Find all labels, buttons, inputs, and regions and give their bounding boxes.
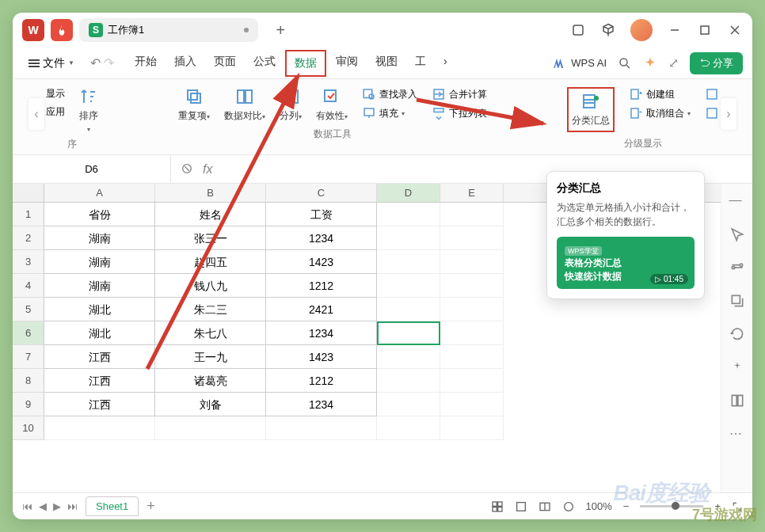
close-button[interactable] <box>727 22 743 38</box>
cell[interactable] <box>377 226 440 250</box>
cell[interactable]: 省份 <box>44 203 155 226</box>
sparkle-button[interactable] <box>643 56 657 70</box>
cell[interactable] <box>440 345 504 369</box>
user-avatar[interactable] <box>630 19 653 41</box>
view-reading-icon[interactable] <box>539 500 551 513</box>
cell[interactable]: 赵四五 <box>155 250 266 274</box>
cell[interactable] <box>377 321 440 345</box>
sp-settings-icon[interactable] <box>729 260 745 276</box>
cell[interactable] <box>377 416 440 440</box>
cell[interactable] <box>440 226 504 250</box>
cell[interactable] <box>377 393 440 416</box>
ribbon-scroll-left[interactable]: ‹ <box>29 98 44 130</box>
row-header[interactable]: 10 <box>13 416 44 440</box>
cell[interactable]: 钱八九 <box>155 274 266 298</box>
col-header-d[interactable]: D <box>377 184 440 202</box>
tab-data[interactable]: 数据 <box>285 50 326 77</box>
cell[interactable]: 湖北 <box>44 321 155 345</box>
ribbon-item-group[interactable]: 创建组 <box>629 87 691 101</box>
cell[interactable] <box>44 416 155 440</box>
cell[interactable]: 1423 <box>266 250 377 274</box>
ribbon-item-split[interactable]: 分列▾ <box>280 87 302 123</box>
cell[interactable]: 诸葛亮 <box>155 369 266 393</box>
ribbon-item-sort[interactable]: 排序▾ <box>79 87 98 133</box>
row-header[interactable]: 8 <box>13 369 44 393</box>
tab-view[interactable]: 视图 <box>367 50 405 77</box>
row-header[interactable]: 4 <box>13 274 44 298</box>
share-button[interactable]: ⮌ 分享 <box>690 52 743 74</box>
sheet-first-button[interactable]: ⏮ <box>22 500 32 512</box>
tab-more[interactable]: › <box>436 50 455 77</box>
ribbon-item-merge[interactable]: 合并计算 <box>432 87 487 101</box>
row-header[interactable]: 9 <box>13 393 44 416</box>
sheet-next-button[interactable]: ▶ <box>53 500 61 512</box>
zoom-label[interactable]: 100% <box>586 500 612 512</box>
cell[interactable]: 江西 <box>44 369 155 393</box>
ribbon-item-display[interactable]: 显示 应用 <box>46 87 65 119</box>
sp-more-icon[interactable]: ⋯ <box>729 426 745 442</box>
undo-button[interactable]: ↶ <box>90 55 101 70</box>
cell[interactable] <box>377 298 440 321</box>
cell[interactable]: 湖南 <box>44 274 155 298</box>
name-box[interactable]: D6 <box>13 155 171 183</box>
tab-start[interactable]: 开始 <box>127 50 165 77</box>
cell[interactable] <box>377 203 440 226</box>
cell[interactable]: 1212 <box>266 274 377 298</box>
cancel-formula-icon[interactable] <box>181 162 193 177</box>
cell[interactable]: 张三一 <box>155 226 266 250</box>
col-header-b[interactable]: B <box>155 184 266 202</box>
tablet-mode-icon[interactable] <box>570 22 586 38</box>
collapse-ribbon-button[interactable]: ⤢ <box>668 55 679 70</box>
maximize-button[interactable] <box>697 22 713 38</box>
ribbon-item-ungroup[interactable]: 取消组合▾ <box>629 106 691 120</box>
flame-logo-icon[interactable] <box>51 19 73 41</box>
sheet-tab[interactable]: Sheet1 <box>86 496 139 516</box>
redo-button[interactable]: ↷ <box>104 55 114 70</box>
cell[interactable]: 湖北 <box>44 298 155 321</box>
sp-cursor-icon[interactable] <box>729 226 745 242</box>
cell[interactable] <box>440 393 504 416</box>
ribbon-item-compare[interactable]: 数据对比▾ <box>224 87 265 123</box>
ribbon-item-expand[interactable] <box>705 87 719 101</box>
add-sheet-button[interactable]: + <box>147 498 155 515</box>
row-header[interactable]: 2 <box>13 226 44 250</box>
cell[interactable]: 江西 <box>44 345 155 369</box>
sp-refresh-icon[interactable] <box>729 326 745 342</box>
cell[interactable]: 1234 <box>266 226 377 250</box>
cell[interactable]: 工资 <box>266 203 377 226</box>
cube-icon[interactable] <box>600 22 616 38</box>
ribbon-item-fill[interactable]: 填充▾ <box>362 106 417 120</box>
cell[interactable]: 刘备 <box>155 393 266 416</box>
cell[interactable] <box>377 345 440 369</box>
sp-book-icon[interactable] <box>729 393 745 408</box>
wps-logo-icon[interactable]: W <box>22 19 44 41</box>
ribbon-item-duplicates[interactable]: 重复项▾ <box>178 87 210 123</box>
cell[interactable] <box>440 250 504 274</box>
cell[interactable] <box>440 321 504 345</box>
tooltip-video-card[interactable]: WPS学堂 表格分类汇总 快速统计数据 ▷ 01:45 <box>557 237 695 289</box>
view-normal-icon[interactable] <box>491 500 504 513</box>
cell[interactable] <box>440 203 504 226</box>
col-header-c[interactable]: C <box>266 184 377 202</box>
select-all-corner[interactable] <box>13 184 44 202</box>
tab-tools[interactable]: 工 <box>407 50 434 77</box>
view-page-icon[interactable] <box>515 500 527 513</box>
sheet-last-button[interactable]: ⏭ <box>67 500 78 512</box>
cell[interactable]: 湖南 <box>44 226 155 250</box>
fx-label[interactable]: fx <box>203 162 212 177</box>
sheet-prev-button[interactable]: ◀ <box>39 500 47 512</box>
sp-layers-icon[interactable] <box>729 293 745 309</box>
cell[interactable]: 1234 <box>266 321 377 345</box>
cell[interactable]: 湖南 <box>44 250 155 274</box>
document-tab[interactable]: S 工作簿1 <box>79 18 258 42</box>
tab-review[interactable]: 审阅 <box>328 50 366 77</box>
ribbon-item-dropdown-list[interactable]: 下拉列表 <box>432 106 487 120</box>
cell[interactable] <box>377 369 440 393</box>
cell[interactable]: 2421 <box>266 298 377 321</box>
cell[interactable]: 1234 <box>266 393 377 416</box>
cell[interactable] <box>440 298 504 321</box>
row-header[interactable]: 5 <box>13 298 44 321</box>
row-header[interactable]: 7 <box>13 345 44 369</box>
cell[interactable]: 朱七八 <box>155 321 266 345</box>
cell[interactable] <box>155 416 266 440</box>
